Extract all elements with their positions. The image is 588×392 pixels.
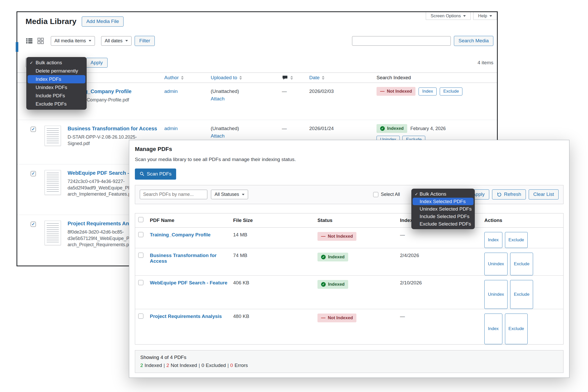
- menu-item-bulk-actions[interactable]: Bulk actions: [26, 59, 87, 67]
- column-header-comments[interactable]: [282, 75, 293, 81]
- page-title: Media Library: [26, 17, 77, 26]
- row-checkbox[interactable]: [138, 253, 143, 258]
- select-all-label: Select All: [381, 192, 400, 197]
- row-checkbox[interactable]: [138, 232, 143, 237]
- status-badge: Not Indexed: [377, 87, 415, 96]
- exclude-button[interactable]: Exclude: [505, 232, 528, 248]
- check-circle-icon: [321, 282, 326, 287]
- chevron-down-icon: [242, 194, 244, 195]
- media-type-filter[interactable]: All media items: [51, 36, 95, 46]
- chevron-down-icon: [125, 40, 128, 42]
- dash-icon: [380, 89, 385, 94]
- status-filter[interactable]: All Statuses: [211, 190, 248, 199]
- dash-icon: [321, 315, 325, 321]
- row-checkbox[interactable]: [138, 280, 143, 285]
- file-size: 480 KB: [230, 309, 314, 344]
- scan-pdfs-button[interactable]: Scan PDFs: [135, 169, 176, 180]
- row-checkbox[interactable]: [31, 171, 36, 176]
- modal-description: Scan your media library to see all PDFs …: [135, 157, 564, 162]
- pdf-name-link[interactable]: Business Transformation for Access: [150, 253, 217, 264]
- select-all-checkbox[interactable]: [373, 192, 378, 197]
- author-link[interactable]: admin: [164, 89, 178, 94]
- date-filter[interactable]: All dates: [101, 36, 132, 46]
- bulk-actions-menu: Bulk actions Delete permanently Index PD…: [26, 57, 87, 110]
- grid-view-icon: [37, 37, 44, 44]
- pdf-thumbnail[interactable]: [45, 126, 61, 146]
- menu-item-index-selected-pdfs[interactable]: Index Selected PDFs: [413, 198, 473, 205]
- indexed-date: 2/10/2026: [397, 276, 481, 309]
- refresh-button[interactable]: Refresh: [492, 189, 526, 199]
- status-badge: Indexed: [317, 280, 348, 289]
- column-header-search-indexed: Search Indexed: [377, 75, 411, 81]
- row-checkbox[interactable]: [31, 127, 36, 132]
- index-button[interactable]: Index: [484, 232, 502, 248]
- pdf-thumbnail[interactable]: [45, 170, 61, 195]
- pdf-name-link[interactable]: WebEquipe PDF Search - Feature: [150, 280, 227, 285]
- menu-item-include-pdfs[interactable]: Include PDFs: [26, 92, 87, 100]
- column-header-date[interactable]: Date: [309, 75, 324, 81]
- clear-list-button[interactable]: Clear List: [529, 189, 559, 199]
- menu-item-unindex-selected-pdfs[interactable]: Unindex Selected PDFs: [411, 205, 475, 213]
- status-badge: Not Indexed: [317, 232, 356, 241]
- media-title-link[interactable]: Business Transformation for Access: [68, 126, 145, 132]
- results-summary: Showing 4 of 4 PDFs 2Indexed|2Not Indexe…: [135, 350, 564, 373]
- screen-meta-links: Screen Options Help: [426, 12, 497, 20]
- help-button[interactable]: Help: [473, 12, 497, 20]
- table-row: Business Transformation for Access 74 MB…: [135, 248, 563, 276]
- table-row: Training_Company Profile Training_Compan…: [17, 83, 497, 120]
- index-button[interactable]: Index: [419, 87, 437, 95]
- check-circle-icon: [380, 126, 385, 131]
- column-header-file-size: File Size: [230, 218, 314, 223]
- author-link[interactable]: admin: [164, 126, 178, 131]
- bulk-actions-bar: Bulk actions Apply 4 items: [17, 58, 497, 68]
- menu-item-exclude-pdfs[interactable]: Exclude PDFs: [26, 100, 87, 108]
- apply-button[interactable]: Apply: [86, 58, 108, 68]
- menu-item-unindex-pdfs[interactable]: Unindex PDFs: [26, 83, 87, 92]
- desktop: Screen Options Help Media Library Add Me…: [0, 0, 588, 392]
- list-view-icon: [26, 37, 33, 44]
- index-button[interactable]: Index: [484, 314, 502, 344]
- search-media-button[interactable]: Search Media: [454, 36, 493, 46]
- status-filter-value: All Statuses: [215, 192, 239, 197]
- menu-item-include-selected-pdfs[interactable]: Include Selected PDFs: [411, 213, 475, 220]
- unindex-button[interactable]: Unindex: [484, 280, 508, 309]
- pdf-search-input[interactable]: [140, 190, 207, 199]
- pdf-thumbnail[interactable]: [45, 221, 61, 245]
- column-header-status: Status: [314, 218, 397, 223]
- pdf-name-link[interactable]: Project Requirements Analysis: [150, 314, 222, 319]
- indexed-date: 2/4/2026: [397, 248, 481, 275]
- column-header-author[interactable]: Author: [164, 75, 184, 81]
- table-row: WebEquipe PDF Search - Feature 406 KB In…: [135, 276, 563, 309]
- chevron-down-icon: [463, 15, 466, 17]
- filter-button[interactable]: Filter: [135, 36, 155, 46]
- screen-options-button[interactable]: Screen Options: [426, 12, 471, 20]
- chevron-down-icon: [89, 40, 91, 42]
- add-media-button[interactable]: Add Media File: [82, 17, 124, 27]
- file-size: 406 KB: [230, 276, 314, 309]
- exclude-button[interactable]: Exclude: [440, 87, 462, 95]
- grid-view-button[interactable]: [36, 37, 45, 45]
- status-counts: 2Indexed|2Not Indexed|0Excluded|0Errors: [140, 362, 558, 369]
- chevron-down-icon: [489, 15, 492, 17]
- attach-link[interactable]: Attach: [211, 96, 225, 102]
- pdf-table: PDF Name File Size Status Indexed Date A…: [135, 213, 564, 345]
- menu-item-exclude-selected-pdfs[interactable]: Exclude Selected PDFs: [411, 220, 475, 228]
- refresh-icon: [497, 192, 502, 197]
- exclude-button[interactable]: Exclude: [510, 280, 533, 309]
- status-badge: Indexed: [317, 253, 348, 261]
- menu-item-bulk-actions[interactable]: Bulk Actions: [411, 190, 475, 198]
- exclude-button[interactable]: Exclude: [510, 253, 533, 275]
- media-search-input[interactable]: [352, 36, 451, 46]
- select-all-rows-checkbox[interactable]: [138, 217, 143, 222]
- row-checkbox[interactable]: [138, 314, 143, 319]
- attach-link[interactable]: Attach: [211, 133, 225, 139]
- pdf-name-link[interactable]: Training_Company Profile: [150, 232, 210, 237]
- uploaded-status: (Unattached): [211, 126, 282, 131]
- menu-item-index-pdfs[interactable]: Index PDFs: [28, 75, 85, 83]
- column-header-uploaded-to[interactable]: Uploaded to: [211, 75, 242, 81]
- unindex-button[interactable]: Unindex: [484, 253, 508, 275]
- row-checkbox[interactable]: [31, 222, 36, 227]
- exclude-button[interactable]: Exclude: [505, 314, 528, 344]
- list-view-button[interactable]: [25, 37, 33, 45]
- menu-item-delete-permanently[interactable]: Delete permanently: [26, 67, 87, 75]
